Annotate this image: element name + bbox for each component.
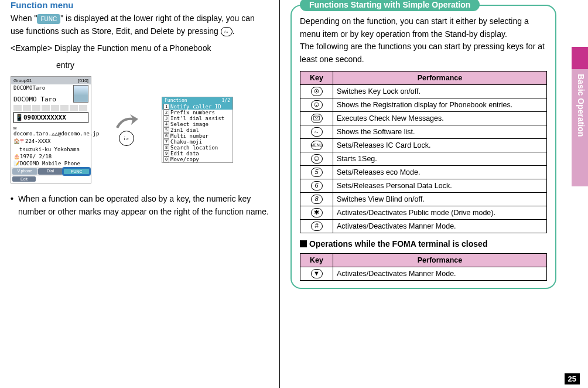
center-dot-key-icon [311,87,323,96]
star-key-icon: ✱ [311,208,323,217]
softkey-func: FUNC [63,168,90,175]
bullet-text: When a function can be operated also by … [18,193,269,218]
fs-title-label: Function [165,98,187,103]
function-menu-item: 6Multi number [162,133,233,139]
func-item-num: 1 [163,104,169,110]
key-performance-table: Key Performance Switches Key Lock on/off… [300,71,547,233]
screenshot-row: Group01[010] DOCOMOTaro DOCOMO Taro 📱090… [11,76,269,183]
svg-text:i: i [124,136,125,141]
table-row: ✱Activates/Deactivates Public mode (Driv… [300,206,547,219]
arrow-with-key: iα [115,114,138,146]
key-cell [300,84,333,98]
function-menu-item: 8Search location [162,145,233,151]
table-row: ▼Activates/Deactivates Manner Mode. [300,267,547,280]
example-line-b: entry [11,59,269,72]
ps-postal: 🏠〒224-XXXX [11,137,91,146]
func-item-label: Select image [170,121,208,127]
table-row: 8Switches View Blind on/off. [300,192,547,206]
svg-text:i: i [224,30,225,33]
key-cell: 6 [300,179,333,192]
func-item-num: 7 [163,139,169,145]
down-ring-key-icon [311,100,323,110]
softkey-dial: Dial [38,168,63,175]
func-item-num: 8 [163,145,169,151]
svg-text:α: α [317,131,319,134]
square-bullet-icon [300,240,307,247]
perf-cell: Activates/Deactivates Manner Mode. [333,267,547,280]
softkey-vphone: V.phone [12,168,37,175]
function-menu-item: 7Chaku-moji [162,139,233,145]
key-cell: iα [300,125,333,138]
svg-point-5 [316,90,317,92]
ps-memo: 📝DOCOMO Mobile Phone [11,160,91,167]
func-item-num: 5 [163,127,169,133]
func-item-label: Multi number [170,133,208,139]
func-item-label: Search location [170,145,218,151]
closed-heading: Operations while the FOMA terminal is cl… [300,239,547,249]
func-item-label: Move/copy [170,156,199,162]
tv-key-icon: TV [311,154,323,164]
func-item-label: Prefix numbers [170,110,215,115]
function-menu-item: 2Prefix numbers [162,110,233,115]
softkey-edit: Edit [12,176,36,182]
func-item-label: 2in1 dial [170,127,199,133]
ps-postal-text: 224-XXXX [25,138,50,144]
func-item-label: Int'l dial assist [170,115,224,121]
para1-c: . [233,26,235,36]
svg-text:α: α [127,137,129,141]
function-menu-item: 52in1 dial [162,127,233,133]
table-row: #Activates/Deactivates Manner Mode. [300,219,547,233]
ps-addr: tsuzuki-ku Yokohama [11,146,91,153]
swoosh-arrow-icon [115,114,138,130]
perf-cell: Shows the Registration display for Phone… [333,98,547,111]
perf-cell: Switches Key Lock on/off. [333,84,547,98]
ps-number-text: 090XXXXXXXX [23,114,66,121]
i-alpha-key-icon: iα [221,27,233,36]
function-menu-screenshot: Function1/2 1Notify caller ID2Prefix num… [162,97,233,163]
svg-text:i: i [314,130,316,134]
paragraph-func-intro: When "FUNC" is displayed at the lower ri… [11,12,269,38]
perf-cell: Sets/Releases Personal Data Lock. [333,179,547,192]
func-item-num: 0 [163,156,169,162]
ps-number: 📱090XXXXXXXX [13,112,88,123]
closed-performance-table: Key Performance ▼Activates/Deactivates M… [300,253,547,281]
callout-p2: The following are the functions you can … [300,40,547,66]
example-line-a: <Example> Display the Function menu of a… [11,42,269,55]
table-row: 5Sets/Releases eco Mode. [300,165,547,179]
bullet-dot-icon: • [11,193,13,218]
page-number: 25 [565,373,580,384]
key-cell: TV [300,152,333,165]
perf-cell: Activates/Deactivates Public mode (Drive… [333,206,547,219]
th-key-2: Key [300,253,333,267]
para1-a: When " [11,13,37,23]
8-key-icon: 8 [311,195,323,204]
heading-function-menu: Function menu [11,0,269,10]
mail-key-icon [311,114,323,123]
ps-count: [010] [78,78,88,83]
table-row: Switches Key Lock on/off. [300,84,547,98]
func-item-label: Notify caller ID [170,104,221,110]
svg-text:TV: TV [315,160,318,162]
callout-simple-operation: Functions Starting with Simple Operation… [290,5,556,289]
table-row: 6Sets/Releases Personal Data Lock. [300,179,547,192]
vol-down-key-icon: ▼ [311,269,323,278]
func-item-num: 2 [163,110,169,115]
callout-title: Functions Starting with Simple Operation [300,0,480,11]
i-alpha-key-circle-icon: iα [119,131,134,146]
ps-bday: 🎂1970/ 2/18 [11,153,91,160]
perf-cell: Switches View Blind on/off. [333,192,547,206]
key-cell: MENU [300,138,333,152]
ps-bday-text: 1970/ 2/18 [20,154,52,159]
func-item-label: Edit data [170,151,199,156]
key-cell: 8 [300,192,333,206]
perf-cell: Sets/Releases IC Card Lock. [333,138,547,152]
svg-point-7 [316,105,317,107]
key-cell: ▼ [300,267,333,280]
ps-email: ✉docomo.taro.△△@docomo.ne.jp [11,124,91,137]
func-item-num: 3 [163,115,169,121]
phonebook-screenshot: Group01[010] DOCOMOTaro DOCOMO Taro 📱090… [11,76,91,183]
key-cell: 5 [300,165,333,179]
side-tab: Basic Operation [572,47,588,199]
key-cell [300,111,333,125]
function-menu-item: 1Notify caller ID [162,104,233,110]
